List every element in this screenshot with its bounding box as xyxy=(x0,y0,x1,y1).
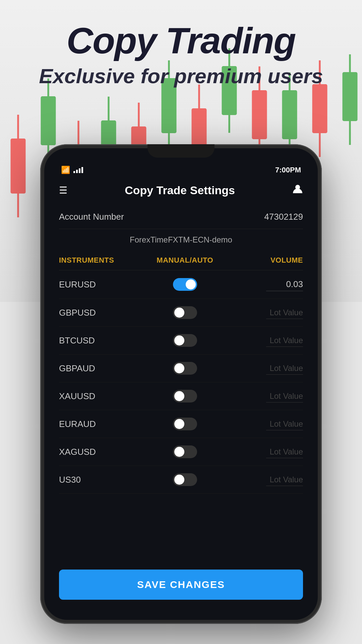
phone-screen: 📶 7:00PM ☰ Copy Trade Settings xyxy=(44,148,318,620)
instrument-row-eurusd: EURUSD xyxy=(59,270,303,299)
instrument-name-gbpaud: GBPAUD xyxy=(59,363,145,374)
toggle-area-us30 xyxy=(145,473,224,486)
volume-placeholder-euraud[interactable]: Lot Value xyxy=(266,418,303,430)
volume-placeholder-gbpusd[interactable]: Lot Value xyxy=(266,307,303,319)
toggle-thumb-xagusd xyxy=(174,447,184,457)
signal-bars xyxy=(73,167,83,173)
toggle-area-gbpusd xyxy=(145,306,224,319)
table-header: INSTRUMENTS MANUAL/AUTO VOLUME xyxy=(59,252,303,270)
instrument-name-xagusd: XAGUSD xyxy=(59,447,145,457)
toggle-btcusd[interactable] xyxy=(173,334,197,347)
toggle-area-eurusd xyxy=(145,278,224,291)
toggle-area-euraud xyxy=(145,418,224,430)
volume-area-xagusd: Lot Value xyxy=(224,446,303,458)
volume-placeholder-gbpaud[interactable]: Lot Value xyxy=(266,362,303,375)
status-left: 📶 xyxy=(61,166,83,174)
instrument-row-us30: US30Lot Value xyxy=(59,466,303,494)
instrument-row-xagusd: XAGUSDLot Value xyxy=(59,438,303,466)
toggle-euraud[interactable] xyxy=(173,418,197,430)
instrument-name-btcusd: BTCUSD xyxy=(59,335,145,346)
volume-area-us30: Lot Value xyxy=(224,474,303,486)
volume-area-xauusd: Lot Value xyxy=(224,390,303,402)
menu-icon[interactable]: ☰ xyxy=(59,186,67,195)
instrument-name-gbpusd: GBPUSD xyxy=(59,308,145,318)
save-area: SAVE CHANGES xyxy=(44,570,318,600)
svg-rect-5 xyxy=(41,97,55,145)
volume-area-btcusd: Lot Value xyxy=(224,334,303,347)
account-label: Account Number xyxy=(59,212,124,222)
toggle-area-btcusd xyxy=(145,334,224,347)
svg-rect-13 xyxy=(282,91,297,139)
toggle-gbpaud[interactable] xyxy=(173,362,197,375)
instruments-list: EURUSDGBPUSDLot ValueBTCUSDLot ValueGBPA… xyxy=(59,270,303,494)
toggle-thumb-us30 xyxy=(174,475,184,485)
volume-area-euraud: Lot Value xyxy=(224,418,303,430)
toggle-area-gbpaud xyxy=(145,362,224,375)
instrument-row-gbpusd: GBPUSDLot Value xyxy=(59,299,303,327)
toggle-gbpusd[interactable] xyxy=(173,306,197,319)
title-area: Copy Trading Exclusive for premium users xyxy=(0,20,362,88)
toggle-xagusd[interactable] xyxy=(173,445,197,458)
volume-placeholder-us30[interactable]: Lot Value xyxy=(266,474,303,486)
col-instrument-header: INSTRUMENTS xyxy=(59,256,145,265)
wifi-icon: 📶 xyxy=(61,166,70,174)
profile-icon[interactable] xyxy=(292,184,303,197)
volume-placeholder-btcusd[interactable]: Lot Value xyxy=(266,334,303,347)
instrument-name-euraud: EURAUD xyxy=(59,419,145,429)
toggle-thumb-gbpaud xyxy=(174,363,184,373)
account-name: ForexTimeFXTM-ECN-demo xyxy=(59,229,303,252)
nav-title: Copy Trade Settings xyxy=(125,184,235,197)
instrument-row-euraud: EURAUDLot Value xyxy=(59,410,303,438)
toggle-area-xagusd xyxy=(145,445,224,458)
status-time: 7:00PM xyxy=(275,166,301,174)
toggle-thumb-gbpusd xyxy=(174,308,184,318)
toggle-thumb-eurusd xyxy=(186,279,196,289)
instrument-row-xauusd: XAUUSDLot Value xyxy=(59,382,303,410)
toggle-thumb-xauusd xyxy=(174,391,184,401)
toggle-eurusd[interactable] xyxy=(173,278,197,291)
svg-rect-19 xyxy=(11,139,25,193)
instrument-name-eurusd: EURUSD xyxy=(59,279,145,290)
svg-rect-29 xyxy=(312,85,327,133)
save-changes-button[interactable]: SAVE CHANGES xyxy=(59,570,303,600)
main-title: Copy Trading xyxy=(0,20,362,61)
col-volume-header: VOLUME xyxy=(224,256,303,265)
phone-frame: 📶 7:00PM ☰ Copy Trade Settings xyxy=(40,144,322,624)
content-area: Account Number 47302129 ForexTimeFXTM-EC… xyxy=(44,205,318,494)
volume-area-eurusd xyxy=(224,278,303,291)
sub-title: Exclusive for premium users xyxy=(0,64,362,88)
volume-placeholder-xagusd[interactable]: Lot Value xyxy=(266,446,303,458)
toggle-thumb-euraud xyxy=(174,419,184,429)
instrument-row-btcusd: BTCUSDLot Value xyxy=(59,327,303,355)
volume-area-gbpusd: Lot Value xyxy=(224,307,303,319)
volume-placeholder-xauusd[interactable]: Lot Value xyxy=(266,390,303,402)
toggle-thumb-btcusd xyxy=(174,335,184,345)
volume-area-gbpaud: Lot Value xyxy=(224,362,303,375)
volume-input-eurusd[interactable] xyxy=(266,278,303,291)
instrument-name-us30: US30 xyxy=(59,475,145,485)
phone-notch xyxy=(147,144,215,158)
toggle-us30[interactable] xyxy=(173,473,197,486)
account-row: Account Number 47302129 xyxy=(59,205,303,229)
svg-rect-27 xyxy=(252,91,266,139)
instrument-row-gbpaud: GBPAUDLot Value xyxy=(59,355,303,382)
account-number: 47302129 xyxy=(264,212,303,222)
toggle-area-xauusd xyxy=(145,390,224,402)
instrument-name-xauusd: XAUUSD xyxy=(59,391,145,401)
nav-header: ☰ Copy Trade Settings xyxy=(44,178,318,205)
col-manual-header: MANUAL/AUTO xyxy=(145,256,224,265)
toggle-xauusd[interactable] xyxy=(173,390,197,402)
